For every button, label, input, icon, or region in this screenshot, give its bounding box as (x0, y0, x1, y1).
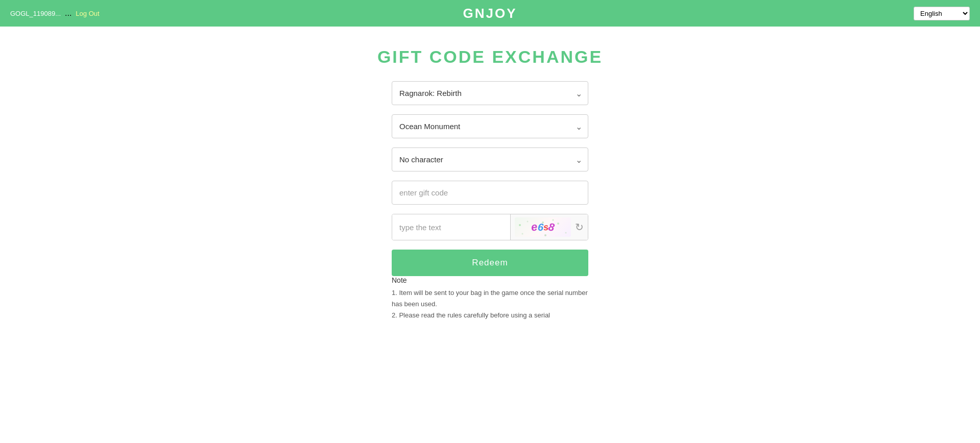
main-content: GIFT CODE EXCHANGE Ragnarok: Rebirth Oth… (0, 27, 980, 341)
language-selector[interactable]: English 한국어 日本語 中文 (914, 7, 970, 20)
game-select-wrapper: Ragnarok: Rebirth Other Game ⌄ (392, 81, 588, 105)
header-username: GOGL_119089... (10, 10, 61, 17)
note-line-2: 2. Please read the rules carefully befor… (392, 310, 588, 321)
svg-point-8 (544, 234, 546, 236)
character-select[interactable]: No character (392, 147, 588, 171)
gift-code-form: Ragnarok: Rebirth Other Game ⌄ Ocean Mon… (392, 81, 588, 276)
header-separator: ... (65, 9, 71, 18)
header-left: GOGL_119089... ... Log Out (10, 9, 100, 18)
header: GOGL_119089... ... Log Out GNJOY English… (0, 0, 980, 27)
game-select[interactable]: Ragnarok: Rebirth Other Game (392, 81, 588, 105)
captcha-row: e 6 s 8 ↻ (392, 214, 588, 240)
svg-point-1 (527, 221, 529, 223)
header-right: English 한국어 日本語 中文 (914, 7, 970, 20)
captcha-image-area: e 6 s 8 ↻ (510, 214, 588, 240)
note-text: 1. Item will be sent to your bag in the … (392, 287, 588, 321)
character-select-wrapper: No character ⌄ (392, 147, 588, 171)
redeem-button[interactable]: Redeem (392, 250, 588, 276)
captcha-refresh-icon[interactable]: ↻ (575, 222, 584, 232)
svg-point-0 (519, 224, 521, 226)
svg-point-7 (522, 233, 523, 235)
note-line-1: 1. Item will be sent to your bag in the … (392, 287, 588, 310)
svg-point-9 (553, 219, 554, 221)
captcha-input[interactable] (392, 214, 510, 240)
note-section: Note 1. Item will be sent to your bag in… (392, 276, 588, 321)
server-select[interactable]: Ocean Monument Other Server (392, 114, 588, 138)
captcha-char-4: 8 (547, 220, 556, 234)
svg-point-6 (565, 232, 567, 234)
logout-link[interactable]: Log Out (76, 10, 99, 17)
note-title: Note (392, 276, 588, 284)
site-logo: GNJOY (463, 6, 517, 21)
page-title: GIFT CODE EXCHANGE (377, 47, 603, 67)
captcha-visual: e 6 s 8 (515, 217, 571, 237)
svg-point-5 (557, 223, 559, 225)
gift-code-input[interactable] (392, 181, 588, 205)
server-select-wrapper: Ocean Monument Other Server ⌄ (392, 114, 588, 138)
